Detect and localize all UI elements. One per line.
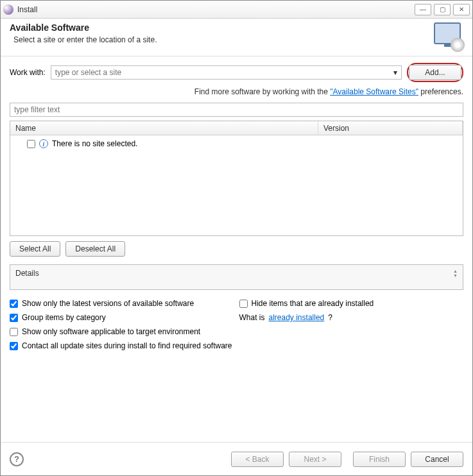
whatis-link-row: What is already installed ? — [239, 313, 464, 322]
selection-buttons: Select All Deselect All — [10, 241, 463, 257]
window-title: Install — [17, 5, 412, 14]
column-name[interactable]: Name — [10, 121, 318, 135]
page-title: Available Software — [10, 22, 433, 33]
table-row: i There is no site selected. — [10, 138, 463, 149]
details-label: Details — [15, 269, 449, 278]
install-wizard-icon — [433, 22, 463, 51]
checkbox-contact-sites[interactable] — [10, 342, 18, 350]
opt-hide-installed: Hide items that are already installed — [239, 299, 464, 308]
checkbox-group-category[interactable] — [10, 314, 18, 322]
chevron-down-icon[interactable]: ▾ — [390, 68, 401, 77]
annotation-highlight: Add... — [407, 63, 463, 82]
checkbox-applicable[interactable] — [10, 328, 18, 336]
filter-input[interactable] — [10, 103, 463, 117]
available-sites-link[interactable]: "Available Software Sites" — [330, 87, 418, 96]
software-table: Name Version i There is no site selected… — [10, 121, 463, 236]
select-all-button[interactable]: Select All — [10, 241, 60, 257]
back-button[interactable]: < Back — [231, 452, 284, 467]
cancel-button[interactable]: Cancel — [411, 452, 463, 467]
row-checkbox[interactable] — [27, 140, 35, 148]
opt-show-latest: Show only the latest versions of availab… — [10, 299, 234, 308]
titlebar: Install — ▢ ✕ — [1, 1, 472, 19]
info-icon: i — [39, 139, 48, 148]
site-hint: Find more software by working with the "… — [10, 87, 463, 96]
content-area: Work with: ▾ Add... Find more software b… — [1, 56, 472, 442]
already-installed-link[interactable]: already installed — [269, 313, 325, 322]
work-with-combo[interactable]: ▾ — [51, 65, 402, 80]
wizard-footer: ? < Back Next > Finish Cancel — [1, 442, 472, 475]
page-subtitle: Select a site or enter the location of a… — [13, 35, 433, 44]
column-version[interactable]: Version — [318, 121, 463, 135]
checkbox-show-latest[interactable] — [10, 300, 18, 308]
deselect-all-button[interactable]: Deselect All — [65, 241, 125, 257]
next-button[interactable]: Next > — [289, 452, 341, 467]
opt-contact-sites: Contact all update sites during install … — [10, 341, 463, 350]
details-panel: Details ▲▼ — [10, 264, 463, 290]
help-icon[interactable]: ? — [10, 452, 24, 466]
close-button[interactable]: ✕ — [453, 4, 470, 15]
checkbox-hide-installed[interactable] — [239, 300, 248, 308]
work-with-row: Work with: ▾ Add... — [10, 63, 463, 82]
details-spinner[interactable]: ▲▼ — [453, 269, 458, 278]
options-grid: Show only the latest versions of availab… — [10, 299, 463, 350]
empty-message: There is no site selected. — [52, 139, 137, 148]
opt-group-category: Group items by category — [10, 313, 234, 322]
eclipse-icon — [3, 4, 13, 15]
work-with-label: Work with: — [10, 68, 46, 77]
work-with-input[interactable] — [51, 67, 390, 78]
maximize-button[interactable]: ▢ — [434, 4, 451, 15]
wizard-header: Available Software Select a site or ente… — [1, 19, 472, 56]
opt-applicable: Show only software applicable to target … — [10, 327, 463, 336]
add-button[interactable]: Add... — [409, 65, 461, 80]
minimize-button[interactable]: — — [415, 4, 431, 15]
finish-button[interactable]: Finish — [353, 452, 406, 467]
table-header: Name Version — [10, 121, 463, 135]
